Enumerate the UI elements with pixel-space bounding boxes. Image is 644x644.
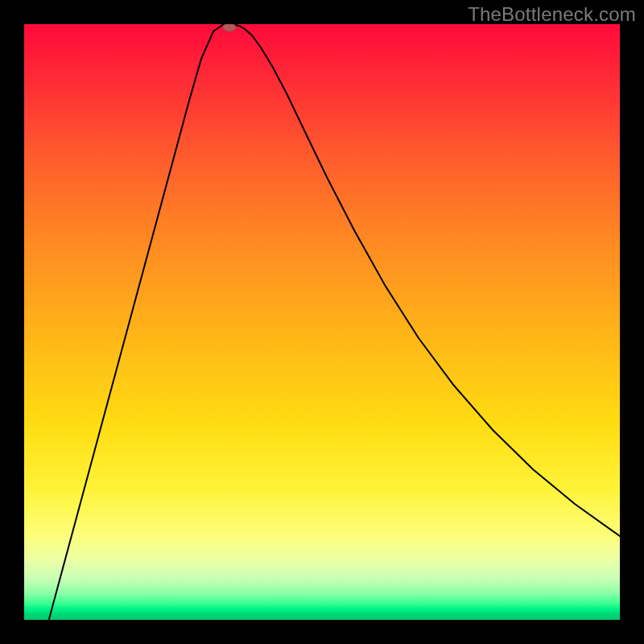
chart-frame: TheBottleneck.com: [0, 0, 644, 644]
curve-svg: [24, 24, 620, 620]
watermark-text: TheBottleneck.com: [468, 3, 636, 26]
plot-area: [24, 24, 620, 620]
minimum-marker: [223, 24, 236, 31]
bottleneck-curve: [47, 24, 620, 620]
